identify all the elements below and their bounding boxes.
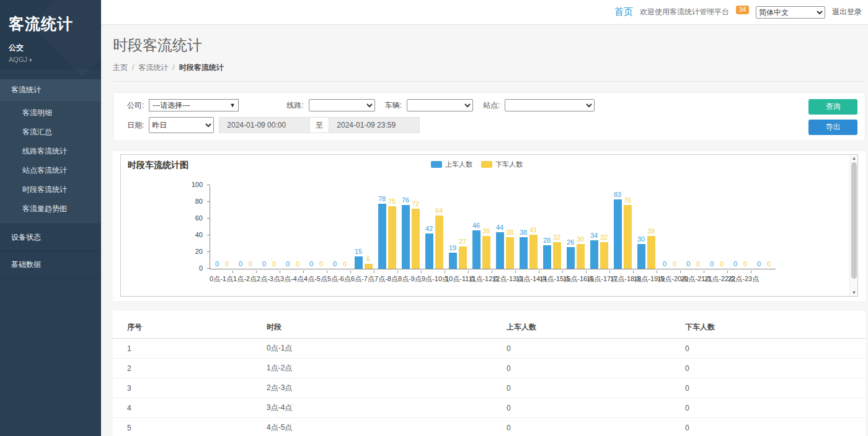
page-title: 时段客流统计 bbox=[113, 35, 866, 55]
bar-category: 3432 bbox=[587, 232, 611, 269]
bar-category: 00 bbox=[234, 261, 257, 269]
select-triangle-icon: ▼ bbox=[229, 102, 235, 108]
x-axis-label: 11点-12点 bbox=[469, 272, 492, 284]
x-axis-label: 2点-3点 bbox=[257, 272, 280, 284]
table-header-cell: 时段 bbox=[267, 318, 507, 339]
legend-entry: 上车人数 bbox=[431, 160, 472, 169]
chart-scrollbar[interactable]: ▲ ▼ bbox=[849, 155, 857, 296]
bar-value-label: 0 bbox=[743, 261, 747, 268]
bar-category: 00 bbox=[705, 261, 728, 269]
y-tick-label: 100 bbox=[192, 181, 203, 188]
bar-value-label: 76 bbox=[402, 197, 409, 204]
bar-category: 00 bbox=[304, 261, 328, 269]
bar bbox=[378, 204, 386, 269]
vehicle-select[interactable] bbox=[407, 99, 473, 111]
org-label: 公交 bbox=[9, 43, 92, 53]
sidebar-submenu-item[interactable]: 站点客流统计 bbox=[0, 161, 101, 180]
company-label: 公司: bbox=[127, 100, 144, 111]
bar-group: 83 bbox=[614, 191, 622, 269]
bar-category: 00 bbox=[328, 261, 352, 269]
bar-category: 00 bbox=[658, 261, 681, 269]
user-name: AQGJ bbox=[9, 56, 27, 63]
table-row: 43点-4点00 bbox=[113, 398, 866, 418]
company-select[interactable]: ---请选择--- ▼ bbox=[149, 99, 239, 111]
breadcrumb-item[interactable]: 客流统计 bbox=[138, 63, 168, 72]
legend-entry: 下车人数 bbox=[481, 160, 523, 169]
export-button[interactable]: 导出 bbox=[808, 120, 857, 135]
bar bbox=[529, 235, 538, 269]
bar-category: 00 bbox=[681, 261, 705, 269]
bar-group: 0 bbox=[308, 261, 316, 269]
table-row: 32点-3点00 bbox=[113, 378, 866, 398]
sidebar-submenu-item[interactable]: 线路客流统计 bbox=[0, 142, 101, 161]
table-cell: 1 bbox=[113, 339, 267, 359]
table-cell: 0 bbox=[507, 398, 685, 418]
x-axis-label: 15点-16点 bbox=[563, 272, 587, 284]
logout-link[interactable]: 退出登录 bbox=[832, 7, 862, 17]
bar-value-label: 39 bbox=[482, 228, 490, 235]
table-cell: 0 bbox=[685, 378, 866, 398]
bar-value-label: 83 bbox=[614, 191, 621, 198]
bar-group: 38 bbox=[520, 229, 528, 269]
scrollbar-thumb[interactable] bbox=[851, 162, 857, 279]
sidebar-section-passenger-stats[interactable]: 客流统计 bbox=[0, 79, 101, 101]
line-select[interactable] bbox=[309, 99, 375, 111]
bar-group: 0 bbox=[755, 261, 763, 269]
bar-value-label: 27 bbox=[459, 238, 466, 245]
bar-value-label: 38 bbox=[506, 229, 513, 236]
home-link[interactable]: 首页 bbox=[614, 6, 633, 18]
bar-category: 3039 bbox=[634, 228, 658, 269]
sidebar-submenu-item[interactable]: 客流汇总 bbox=[0, 123, 101, 142]
scroll-down-icon[interactable]: ▼ bbox=[850, 290, 858, 295]
bar-group: 0 bbox=[684, 261, 693, 269]
bar-value-label: 38 bbox=[520, 229, 527, 236]
bar-group: 0 bbox=[765, 261, 773, 269]
bar-group: 26 bbox=[567, 239, 575, 269]
sidebar-menu-item[interactable]: 设备状态 bbox=[0, 224, 101, 251]
scroll-up-icon[interactable]: ▲ bbox=[850, 155, 858, 161]
table-cell: 0 bbox=[507, 418, 685, 436]
bar bbox=[412, 209, 420, 269]
user-dropdown[interactable]: AQGJ▾ bbox=[9, 56, 92, 63]
x-axis-label: 12点-13点 bbox=[492, 272, 516, 284]
date-to-input[interactable]: 2024-01-09 23:59 bbox=[329, 117, 420, 133]
sidebar-submenu-item[interactable]: 时段客流统计 bbox=[0, 180, 101, 199]
x-axis-label: 3点-4点 bbox=[280, 272, 304, 284]
bar bbox=[637, 244, 645, 269]
bar-category: 1927 bbox=[446, 238, 469, 269]
sidebar-submenu-item[interactable]: 客流量趋势图 bbox=[0, 199, 101, 219]
bar-value-label: 30 bbox=[577, 236, 584, 243]
bar-group: 41 bbox=[529, 227, 538, 269]
query-button[interactable]: 查询 bbox=[808, 99, 857, 115]
notification-badge[interactable]: 34 bbox=[736, 6, 749, 14]
bar bbox=[614, 199, 622, 269]
bar-value-label: 78 bbox=[378, 196, 386, 203]
bar-value-label: 39 bbox=[647, 228, 655, 235]
bar-category: 8376 bbox=[611, 191, 634, 269]
bar-category: 156 bbox=[352, 248, 375, 269]
date-from-input[interactable]: 2024-01-09 00:00 bbox=[219, 117, 310, 133]
date-label: 日期: bbox=[127, 120, 144, 131]
bar-group: 34 bbox=[590, 232, 598, 269]
bar-value-label: 32 bbox=[553, 234, 560, 241]
bar-group: 0 bbox=[223, 261, 231, 269]
breadcrumb-item[interactable]: 主页 bbox=[113, 63, 128, 72]
x-axis-label: 9点-10点 bbox=[422, 272, 445, 284]
bar-group: 0 bbox=[237, 261, 245, 269]
station-select[interactable] bbox=[505, 99, 595, 111]
bar-category: 4438 bbox=[493, 224, 516, 269]
sidebar-submenu-item[interactable]: 客流明细 bbox=[0, 103, 101, 123]
app-title: 客流统计 bbox=[9, 14, 92, 34]
x-axis-label: 16点-17点 bbox=[587, 272, 610, 284]
date-preset-select[interactable]: 昨日 bbox=[149, 117, 214, 133]
bar bbox=[553, 242, 561, 269]
bar-group: 39 bbox=[647, 228, 655, 269]
sidebar-menu-item[interactable]: 基础数据 bbox=[0, 251, 101, 279]
language-select[interactable]: 简体中文 bbox=[756, 6, 825, 19]
bar-value-label: 0 bbox=[239, 261, 242, 268]
bar bbox=[567, 247, 575, 269]
bar-value-label: 0 bbox=[286, 261, 290, 268]
legend-swatch-icon bbox=[481, 161, 492, 168]
bar-category: 2832 bbox=[540, 234, 564, 269]
bar-group: 38 bbox=[506, 229, 514, 269]
